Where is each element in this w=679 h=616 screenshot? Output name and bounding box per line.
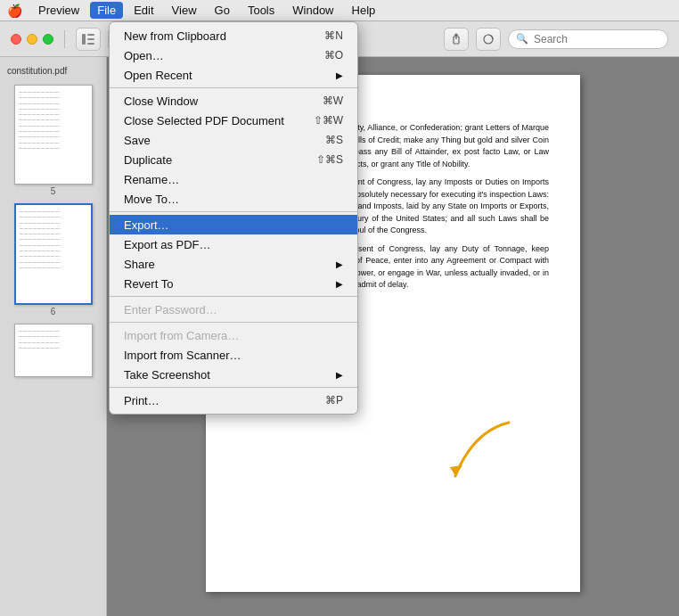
menu-item-label: Close Window — [124, 94, 198, 108]
menu-item-import-camera: Import from Camera… — [110, 325, 357, 345]
menu-item-new-from-clipboard[interactable]: New from Clipboard ⌘N — [110, 26, 357, 45]
menu-item-duplicate[interactable]: Duplicate ⇧⌘S — [110, 150, 357, 169]
search-bar[interactable]: 🔍 — [508, 29, 668, 49]
menu-edit[interactable]: Edit — [127, 2, 160, 19]
separator-2 — [110, 211, 357, 212]
submenu-arrow-icon: ▶ — [336, 370, 343, 380]
share-button[interactable] — [444, 28, 469, 51]
menu-item-rename[interactable]: Rename… — [110, 169, 357, 189]
shortcut: ⇧⌘W — [314, 114, 343, 127]
menu-item-label: Move To… — [124, 193, 179, 206]
menu-item-label: Open… — [124, 49, 164, 62]
shortcut: ⌘S — [325, 134, 343, 146]
menu-item-label: Save — [124, 134, 151, 147]
menu-item-move-to[interactable]: Move To… — [110, 189, 357, 209]
menu-item-share[interactable]: Share ▶ — [110, 254, 357, 274]
sidebar-toggle-button[interactable] — [76, 28, 101, 51]
page-6-number: 6 — [51, 307, 56, 316]
menu-item-open-recent[interactable]: Open Recent ▶ — [110, 65, 357, 85]
menu-item-export[interactable]: Export… — [110, 215, 357, 234]
arrow-annotation — [438, 414, 527, 485]
menu-item-label: New from Clipboard — [124, 29, 226, 43]
close-button[interactable] — [11, 34, 21, 45]
traffic-lights — [11, 34, 53, 45]
rotate-button[interactable] — [476, 28, 501, 51]
menu-item-label: Export as PDF… — [124, 238, 211, 251]
svg-marker-7 — [450, 465, 462, 476]
apple-menu[interactable]: 🍎 — [7, 4, 22, 18]
menu-item-label: Rename… — [124, 173, 179, 186]
page-6-content: ..................................... ..… — [16, 205, 91, 303]
file-menu-dropdown[interactable]: New from Clipboard ⌘N Open… ⌘O Open Rece… — [109, 21, 358, 415]
page-6-wrapper: ..................................... ..… — [14, 203, 93, 316]
menu-item-label: Duplicate — [124, 153, 172, 167]
menu-help[interactable]: Help — [345, 2, 383, 19]
separator-5 — [110, 387, 357, 388]
menu-item-label: Enter Password… — [124, 303, 217, 316]
menu-item-label: Import from Camera… — [124, 329, 239, 342]
search-icon: 🔍 — [516, 33, 528, 45]
menu-item-label: Revert To — [124, 277, 173, 291]
shortcut: ⌘O — [324, 49, 343, 62]
menu-item-label: Print… — [124, 394, 160, 407]
page-6-thumbnail[interactable]: ..................................... ..… — [14, 203, 93, 305]
menu-item-close-pdf[interactable]: Close Selected PDF Document ⇧⌘W — [110, 111, 357, 130]
menu-file[interactable]: File — [90, 2, 123, 19]
shortcut: ⌘N — [324, 29, 343, 42]
shortcut: ⌘P — [325, 394, 343, 407]
page-7-wrapper: ..................................... ..… — [14, 324, 93, 377]
separator — [64, 30, 65, 48]
page-5-wrapper: ..................................... ..… — [14, 85, 93, 196]
search-input[interactable] — [534, 33, 660, 45]
menu-go[interactable]: Go — [208, 2, 237, 19]
menu-item-export-pdf[interactable]: Export as PDF… — [110, 234, 357, 254]
menu-item-take-screenshot[interactable]: Take Screenshot ▶ — [110, 365, 357, 384]
menu-item-print[interactable]: Print… ⌘P — [110, 390, 357, 410]
menu-item-label: Import from Scanner… — [124, 349, 241, 362]
menu-item-label: Take Screenshot — [124, 368, 210, 382]
page-5-thumbnail[interactable]: ..................................... ..… — [14, 85, 93, 185]
menu-item-open[interactable]: Open… ⌘O — [110, 45, 357, 65]
page-5-number: 5 — [51, 186, 56, 196]
minimize-button[interactable] — [27, 34, 37, 45]
page-7-thumbnail[interactable]: ..................................... ..… — [14, 324, 93, 377]
menu-window[interactable]: Window — [285, 2, 340, 19]
maximize-button[interactable] — [43, 34, 53, 45]
submenu-arrow-icon: ▶ — [336, 70, 343, 80]
svg-rect-0 — [82, 34, 86, 45]
page-5-content: ..................................... ..… — [15, 86, 92, 184]
filename-label: constitution.pdf — [4, 64, 102, 78]
submenu-arrow-icon: ▶ — [336, 259, 343, 269]
menu-tools[interactable]: Tools — [241, 2, 282, 19]
menu-item-label: Export… — [124, 218, 169, 232]
separator-3 — [110, 296, 357, 297]
thumbnail-sidebar: constitution.pdf .......................… — [0, 57, 107, 616]
svg-rect-2 — [87, 38, 94, 40]
separator-4 — [110, 322, 357, 323]
menu-item-label: Open Recent — [124, 69, 192, 82]
menubar: 🍎 Preview File Edit View Go Tools Window… — [0, 0, 679, 21]
menu-item-import-scanner[interactable]: Import from Scanner… — [110, 345, 357, 365]
svg-rect-3 — [87, 43, 94, 45]
shortcut: ⌘W — [323, 94, 343, 107]
menu-item-close-window[interactable]: Close Window ⌘W — [110, 91, 357, 111]
menu-item-revert-to[interactable]: Revert To ▶ — [110, 274, 357, 293]
menu-item-save[interactable]: Save ⌘S — [110, 130, 357, 150]
submenu-arrow-icon: ▶ — [336, 279, 343, 289]
menu-view[interactable]: View — [165, 2, 204, 19]
menu-preview[interactable]: Preview — [31, 2, 86, 19]
menu-item-label: Close Selected PDF Document — [124, 114, 284, 127]
shortcut: ⇧⌘S — [316, 153, 343, 166]
svg-rect-1 — [87, 34, 94, 36]
menu-item-enter-password: Enter Password… — [110, 300, 357, 319]
separator-1 — [110, 87, 357, 88]
page-7-content: ..................................... ..… — [15, 324, 92, 377]
menu-item-label: Share — [124, 258, 155, 271]
